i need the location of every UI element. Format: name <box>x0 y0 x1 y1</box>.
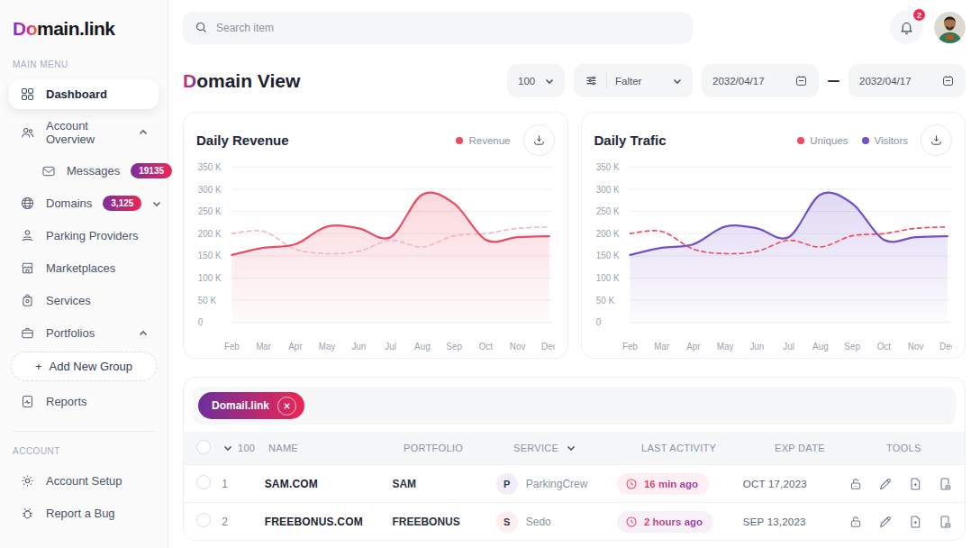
column-header-service[interactable]: SERVICE <box>513 443 641 453</box>
portfolio-name: SAM <box>392 478 495 490</box>
row-select-cell <box>196 513 222 531</box>
chevron-down-icon <box>673 77 682 86</box>
sidebar-item-label: Portfolios <box>46 326 95 340</box>
portfolio-name: FREEBONUS <box>392 516 495 528</box>
svg-text:300 K: 300 K <box>198 184 222 195</box>
legend-item-visitors: Visitors <box>862 135 909 146</box>
svg-text:May: May <box>319 341 336 352</box>
lock-button[interactable] <box>848 515 863 529</box>
notification-count-badge: 2 <box>912 7 927 23</box>
svg-text:250 K: 250 K <box>198 206 222 217</box>
service-initial-badge: S <box>496 511 518 533</box>
svg-text:Jul: Jul <box>385 341 396 352</box>
column-header-portfolio[interactable]: PORTFOLIO <box>404 443 513 453</box>
sidebar-item-portfolios[interactable]: Portfolios <box>9 318 159 348</box>
exp-date-value: SEP 13,2023 <box>743 516 848 527</box>
download-chart-button[interactable] <box>523 124 555 156</box>
sidebar-item-marketplaces[interactable]: Marketplaces <box>9 253 159 283</box>
row-count-value: 100 <box>238 443 255 453</box>
legend-label: Visitors <box>875 135 909 146</box>
tools-cell <box>848 515 952 529</box>
download-chart-button[interactable] <box>921 124 952 156</box>
search-input[interactable] <box>216 22 681 34</box>
row-number-cell: 1 <box>222 478 264 490</box>
column-header-last-activity[interactable]: LAST ACTIVITY <box>641 443 775 453</box>
date-to-picker[interactable]: 2032/04/17 <box>848 64 966 97</box>
add-new-group-button[interactable]: + Add New Group <box>11 352 157 381</box>
search-icon <box>195 21 208 34</box>
sidebar-item-report-a-bug[interactable]: Report a Bug <box>9 498 159 528</box>
sidebar-item-account-setup[interactable]: Account Setup <box>9 466 159 496</box>
select-all-checkbox[interactable] <box>196 440 211 454</box>
charts-row: Daily Revenue Revenue 050 K100 K150 K200… <box>183 112 966 359</box>
last-activity-cell: 16 min ago <box>617 473 743 495</box>
svg-text:Oct: Oct <box>479 341 493 352</box>
count-sort-cell[interactable]: 100 <box>223 443 268 453</box>
row-checkbox[interactable] <box>196 513 211 527</box>
storefront-icon <box>20 260 35 276</box>
header-controls: 100 Falter 2032/04/17 2032/04/17 <box>507 64 966 97</box>
service-cell: S Sedo <box>496 511 617 533</box>
sidebar-item-parking-providers[interactable]: Parking Providers <box>9 221 159 251</box>
export-file-button[interactable] <box>938 515 952 529</box>
svg-text:200 K: 200 K <box>595 228 619 239</box>
gear-icon <box>20 473 35 489</box>
edit-button[interactable] <box>878 477 893 491</box>
domain-name[interactable]: SAM.COM <box>265 478 393 490</box>
filter-chip-domail-link[interactable]: Domail.link <box>198 392 304 419</box>
pencil-icon <box>878 515 893 529</box>
chevron-up-icon <box>139 329 148 338</box>
search-box[interactable] <box>183 12 693 44</box>
file-export-icon <box>938 477 952 491</box>
svg-text:150 K: 150 K <box>198 251 222 261</box>
add-file-button[interactable] <box>908 515 922 529</box>
date-range-separator <box>828 80 839 82</box>
file-export-icon <box>938 515 952 529</box>
last-activity-pill: 2 hours ago <box>617 511 713 533</box>
filter-dropdown[interactable]: Falter <box>574 64 693 97</box>
sidebar-item-domains[interactable]: Domains 3,125 <box>9 188 159 218</box>
svg-text:50 K: 50 K <box>595 295 613 306</box>
svg-text:Nov: Nov <box>907 341 923 352</box>
bug-icon <box>20 506 35 521</box>
svg-text:Apr: Apr <box>686 341 701 352</box>
briefcase-icon <box>20 325 35 341</box>
date-from-picker[interactable]: 2032/04/17 <box>702 64 819 97</box>
sidebar-item-label: Domains <box>46 196 92 210</box>
plus-icon: + <box>35 360 42 373</box>
lock-button[interactable] <box>848 477 863 491</box>
row-checkbox[interactable] <box>196 475 211 489</box>
remove-filter-icon[interactable] <box>277 397 296 416</box>
svg-text:Dec: Dec <box>939 341 952 352</box>
svg-text:Oct: Oct <box>876 341 890 352</box>
svg-text:50 K: 50 K <box>198 295 216 306</box>
sidebar-item-label: Services <box>46 294 91 307</box>
report-document-icon <box>20 394 35 409</box>
user-avatar[interactable] <box>934 12 966 43</box>
svg-text:Mar: Mar <box>256 341 271 352</box>
column-header-service-label: SERVICE <box>513 443 558 453</box>
svg-text:350 K: 350 K <box>595 162 619 173</box>
sidebar-item-dashboard[interactable]: Dashboard <box>9 79 159 109</box>
file-plus-icon <box>908 515 922 529</box>
svg-text:Apr: Apr <box>288 341 303 352</box>
sidebar-item-label: Dashboard <box>46 87 107 101</box>
sidebar-item-reports[interactable]: Reports <box>9 387 159 416</box>
notifications-button[interactable]: 2 <box>890 11 923 44</box>
export-file-button[interactable] <box>938 477 952 491</box>
add-file-button[interactable] <box>908 477 922 491</box>
sidebar-item-messages[interactable]: Messages 19135 <box>31 156 159 186</box>
table-header-row: 100 NAME PORTFOLIO SERVICE LAST ACTIVITY… <box>184 432 965 464</box>
edit-button[interactable] <box>878 515 893 529</box>
page-title: Domain View <box>183 70 300 92</box>
svg-text:100 K: 100 K <box>198 273 222 284</box>
sidebar-item-account-overview[interactable]: Account Overview <box>9 112 159 153</box>
parking-provider-icon <box>20 228 35 243</box>
sidebar-item-label: Parking Providers <box>46 229 139 242</box>
column-header-name[interactable]: NAME <box>268 443 404 453</box>
column-header-exp-date[interactable]: EXP DATE <box>775 443 886 453</box>
account-section-label: ACCOUNT <box>0 441 168 463</box>
sidebar-item-services[interactable]: Services <box>9 286 159 315</box>
domain-name[interactable]: FREEBONUS.COM <box>265 516 393 528</box>
per-page-select[interactable]: 100 <box>507 64 565 97</box>
